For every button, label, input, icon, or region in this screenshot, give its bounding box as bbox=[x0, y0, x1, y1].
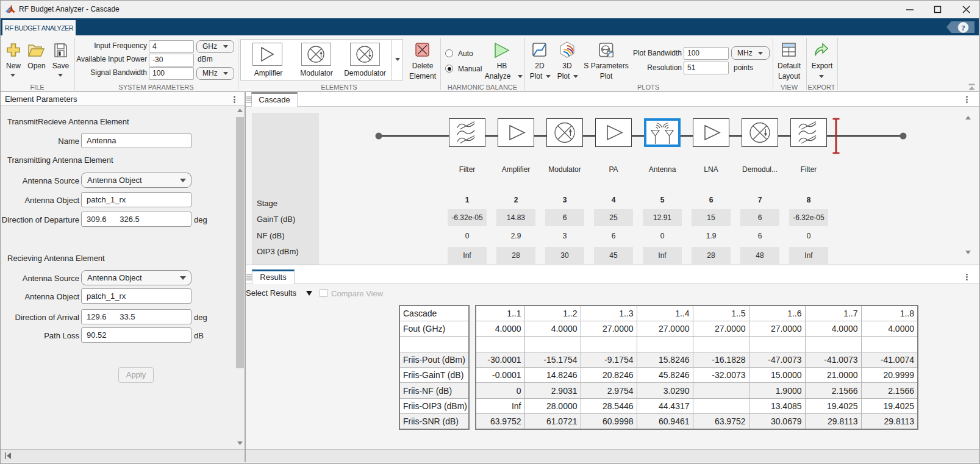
svg-text:?: ? bbox=[961, 23, 965, 32]
